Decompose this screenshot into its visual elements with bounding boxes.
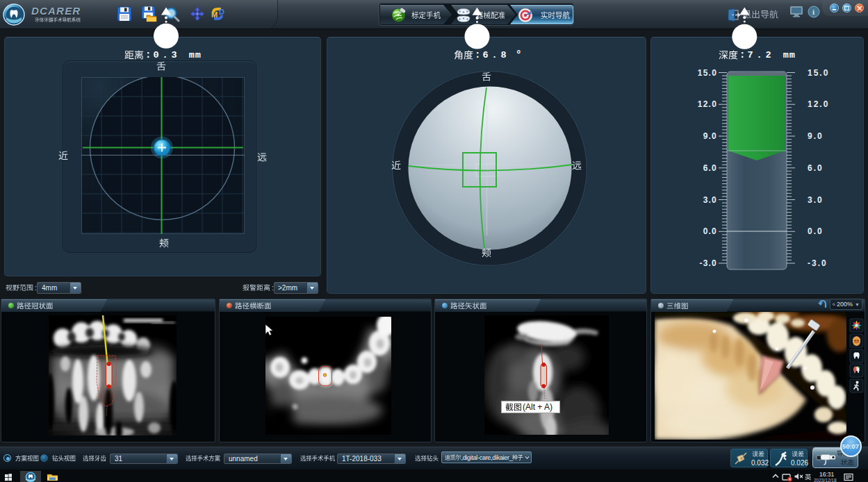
- svg-text:16:31: 16:31: [819, 471, 835, 478]
- svg-text:2023/12/18: 2023/12/18: [814, 478, 837, 482]
